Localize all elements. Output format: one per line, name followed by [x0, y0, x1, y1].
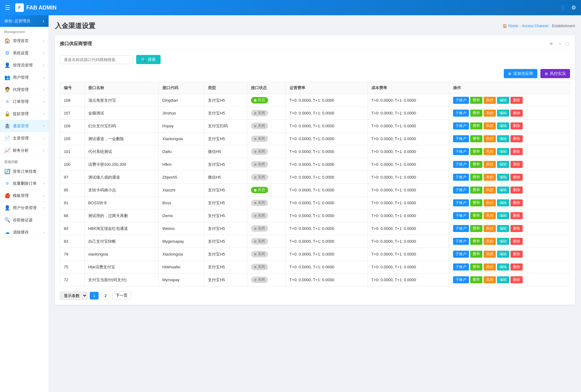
- page-1-btn[interactable]: 1: [90, 292, 99, 299]
- sub-account-btn[interactable]: 子账户: [453, 148, 469, 155]
- delete-btn[interactable]: 删除: [510, 263, 523, 270]
- rate-btn[interactable]: 费率: [470, 135, 482, 142]
- delete-btn[interactable]: 删除: [510, 148, 523, 155]
- sidebar-item-agent[interactable]: 🧑‍💼 代理管理 ›: [0, 84, 49, 96]
- search-button[interactable]: 🔍 搜索: [136, 55, 161, 64]
- sidebar-item-abnormal[interactable]: 🔄 异常订单排查: [0, 165, 49, 178]
- risk-btn[interactable]: 风控: [484, 148, 496, 155]
- add-supplier-button[interactable]: ⊕ 添加供应商: [504, 69, 537, 78]
- sub-account-btn[interactable]: 子账户: [453, 251, 469, 258]
- risk-btn[interactable]: 风控: [484, 187, 496, 194]
- rate-btn[interactable]: 费率: [470, 148, 482, 155]
- rate-btn[interactable]: 费率: [470, 276, 482, 283]
- user-bar[interactable]: 身份: 总管理员 ›: [0, 15, 49, 27]
- hamburger-icon[interactable]: ☰: [5, 4, 10, 11]
- monitor-button[interactable]: ⊕ 风控实况: [540, 69, 570, 78]
- sidebar-item-google-auth[interactable]: 🔍 谷歌验证器: [0, 214, 49, 226]
- rate-btn[interactable]: 费率: [470, 199, 482, 206]
- sidebar-item-system[interactable]: ⚙ 系统设置 ›: [0, 47, 49, 59]
- rate-btn[interactable]: 费率: [470, 97, 482, 104]
- delete-btn[interactable]: 删除: [510, 276, 523, 283]
- risk-btn[interactable]: 风控: [484, 225, 496, 232]
- sidebar-item-home[interactable]: 🏠 管理首页 ›: [0, 35, 49, 47]
- edit-btn[interactable]: 编辑: [497, 187, 509, 194]
- delete-btn[interactable]: 删除: [510, 199, 523, 206]
- delete-btn[interactable]: 删除: [510, 122, 523, 129]
- edit-btn[interactable]: 编辑: [497, 135, 509, 142]
- page-2-btn[interactable]: 2: [101, 292, 110, 299]
- delete-btn[interactable]: 删除: [510, 161, 523, 168]
- edit-btn[interactable]: 编辑: [497, 263, 509, 270]
- card-expand-btn[interactable]: □: [565, 40, 570, 47]
- edit-btn[interactable]: 编辑: [497, 212, 509, 219]
- risk-btn[interactable]: 风控: [484, 97, 496, 104]
- sub-account-btn[interactable]: 子账户: [453, 187, 469, 194]
- risk-btn[interactable]: 风控: [484, 212, 496, 219]
- edit-btn[interactable]: 编辑: [497, 238, 509, 245]
- sidebar-item-clear-cache[interactable]: ☁ 清除缓存 ›: [0, 226, 49, 238]
- edit-btn[interactable]: 编辑: [497, 161, 509, 168]
- card-close-btn[interactable]: ✕: [548, 40, 554, 47]
- delete-btn[interactable]: 删除: [510, 187, 523, 194]
- card-min-btn[interactable]: −: [557, 40, 562, 47]
- delete-btn[interactable]: 删除: [510, 225, 523, 232]
- sub-account-btn[interactable]: 子账户: [453, 110, 469, 117]
- sub-account-btn[interactable]: 子账户: [453, 238, 469, 245]
- delete-btn[interactable]: 删除: [510, 212, 523, 219]
- next-page-btn[interactable]: 下一页: [112, 291, 131, 300]
- sidebar-item-template[interactable]: 🍎 模板管理 ›: [0, 190, 49, 202]
- sub-account-btn[interactable]: 子账户: [453, 122, 469, 129]
- risk-btn[interactable]: 风控: [484, 238, 496, 245]
- sidebar-item-admin[interactable]: 👤 管理员管理 ›: [0, 59, 49, 71]
- rate-btn[interactable]: 费率: [470, 187, 482, 194]
- page-size-select[interactable]: 显示条数 10 20 50: [60, 292, 87, 300]
- sub-account-btn[interactable]: 子账户: [453, 276, 469, 283]
- risk-btn[interactable]: 风控: [484, 174, 496, 181]
- edit-btn[interactable]: 编辑: [497, 251, 509, 258]
- edit-btn[interactable]: 编辑: [497, 199, 509, 206]
- rate-btn[interactable]: 费率: [470, 212, 482, 219]
- sidebar-item-order[interactable]: ≡ 订单管理 ›: [0, 96, 49, 108]
- settings-icon[interactable]: ⚙: [571, 4, 576, 11]
- delete-btn[interactable]: 删除: [510, 238, 523, 245]
- edit-btn[interactable]: 编辑: [497, 276, 509, 283]
- sub-account-btn[interactable]: 子账户: [453, 225, 469, 232]
- delete-btn[interactable]: 删除: [510, 135, 523, 142]
- rate-btn[interactable]: 费率: [470, 174, 482, 181]
- sub-account-btn[interactable]: 子账户: [453, 212, 469, 219]
- sub-account-btn[interactable]: 子账户: [453, 199, 469, 206]
- risk-btn[interactable]: 风控: [484, 135, 496, 142]
- delete-btn[interactable]: 删除: [510, 110, 523, 117]
- risk-btn[interactable]: 风控: [484, 161, 496, 168]
- sub-account-btn[interactable]: 子账户: [453, 263, 469, 270]
- risk-btn[interactable]: 风控: [484, 251, 496, 258]
- edit-btn[interactable]: 编辑: [497, 225, 509, 232]
- breadcrumb-access-channel-link[interactable]: Access Channel: [522, 24, 548, 28]
- sidebar-item-withdraw[interactable]: 🔒 提款管理 ›: [0, 108, 49, 120]
- delete-btn[interactable]: 删除: [510, 174, 523, 181]
- edit-btn[interactable]: 编辑: [497, 97, 509, 104]
- sidebar-item-batch[interactable]: ≡ 批量删除订单 ›: [0, 178, 49, 190]
- rate-btn[interactable]: 费率: [470, 161, 482, 168]
- rate-btn[interactable]: 费率: [470, 225, 482, 232]
- sidebar-item-user[interactable]: 👥 用户管理 ›: [0, 71, 49, 84]
- sidebar-item-finance[interactable]: 📈 财务分析 ›: [0, 144, 49, 157]
- edit-btn[interactable]: 编辑: [497, 148, 509, 155]
- risk-btn[interactable]: 风控: [484, 276, 496, 283]
- sub-account-btn[interactable]: 子账户: [453, 161, 469, 168]
- rate-btn[interactable]: 费率: [470, 263, 482, 270]
- edit-btn[interactable]: 编辑: [497, 110, 509, 117]
- risk-btn[interactable]: 风控: [484, 199, 496, 206]
- risk-btn[interactable]: 风控: [484, 263, 496, 270]
- sidebar-item-channel[interactable]: 🏦 通道管理 ›: [0, 120, 49, 132]
- edit-btn[interactable]: 编辑: [497, 122, 509, 129]
- rate-btn[interactable]: 费率: [470, 238, 482, 245]
- sidebar-item-doc[interactable]: 📄 文章管理 ›: [0, 132, 49, 144]
- rate-btn[interactable]: 费率: [470, 251, 482, 258]
- rate-btn[interactable]: 费率: [470, 122, 482, 129]
- rate-btn[interactable]: 费率: [470, 110, 482, 117]
- risk-btn[interactable]: 风控: [484, 110, 496, 117]
- risk-btn[interactable]: 风控: [484, 122, 496, 129]
- sub-account-btn[interactable]: 子账户: [453, 97, 469, 104]
- search-input[interactable]: [60, 55, 133, 64]
